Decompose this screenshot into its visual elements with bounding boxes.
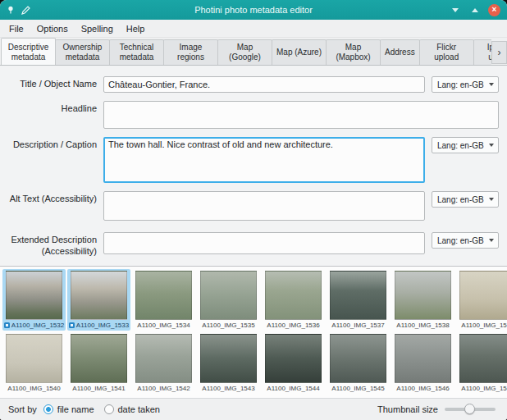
maximize-icon [472, 8, 478, 12]
tab-technical-metadata[interactable]: Technical metadata [109, 39, 164, 65]
radio-date-taken[interactable] [104, 404, 114, 414]
tab-ipernity-upload[interactable]: Ipernity upload [473, 39, 491, 65]
slider-handle[interactable] [464, 404, 475, 414]
title-lang-value: Lang: en-GB [437, 80, 484, 89]
thumbnail-browser: A1100_IMG_1532A1100_IMG_1533A1100_IMG_15… [0, 266, 507, 399]
thumbnail-A1100_IMG_1535[interactable]: A1100_IMG_1535 [197, 269, 260, 331]
thumbnail-A1100_IMG_1547[interactable]: A1100_IMG_1547 [456, 332, 507, 394]
thumbnail-row: A1100_IMG_1540A1100_IMG_1541A1100_IMG_15… [2, 332, 505, 394]
extended-description-lang-value: Lang: en-GB [437, 236, 484, 245]
thumbnail-size-slider[interactable] [445, 403, 496, 416]
thumbnail-image [265, 334, 322, 383]
descriptive-metadata-form: Title / Object Name Lang: en-GB Headline… [0, 66, 507, 266]
thumbnail-label: A1100_IMG_1534 [137, 321, 190, 330]
headline-input[interactable] [103, 101, 499, 129]
description-caption-label: Description / Caption [5, 137, 97, 151]
tab-map-azure-[interactable]: Map (Azure) [272, 39, 327, 65]
thumbnail-A1100_IMG_1540[interactable]: A1100_IMG_1540 [2, 332, 66, 394]
sort-date-taken-option[interactable]: date taken [104, 404, 160, 414]
maximize-button[interactable] [468, 4, 481, 16]
thumbnail-image [395, 271, 451, 320]
title-object-name-label: Title / Object Name [5, 76, 97, 90]
title-lang-select[interactable]: Lang: en-GB [432, 76, 499, 93]
title-bar[interactable]: Photini photo metadata editor × [0, 0, 507, 20]
chevron-down-icon [489, 239, 494, 242]
thumbnail-image [459, 271, 507, 320]
thumbnail-A1100_IMG_1537[interactable]: A1100_IMG_1537 [327, 269, 390, 331]
thumbnail-label: A1100_IMG_1546 [396, 384, 449, 393]
thumbnail-image [135, 334, 192, 383]
menu-options[interactable]: Options [30, 22, 75, 35]
tab-scroll-right-button[interactable]: › [491, 41, 507, 64]
thumbnail-A1100_IMG_1545[interactable]: A1100_IMG_1545 [327, 332, 390, 394]
description-lang-value: Lang: en-GB [437, 141, 484, 150]
chevron-down-icon [489, 198, 494, 201]
alt-text-lang-value: Lang: en-GB [437, 195, 484, 204]
thumbnail-A1100_IMG_1546[interactable]: A1100_IMG_1546 [391, 332, 454, 394]
app-icon [21, 5, 30, 15]
tab-image-regions[interactable]: Image regions [163, 39, 218, 65]
thumbnail-image [459, 334, 507, 383]
thumbnail-label: A1100_IMG_1537 [331, 321, 384, 330]
extended-description-lang-select[interactable]: Lang: en-GB [432, 232, 499, 249]
thumbnail-label: A1100_IMG_1545 [331, 384, 384, 393]
title-object-name-input[interactable] [103, 76, 425, 93]
description-caption-input[interactable]: The town hall. Nice contrast of old and … [103, 137, 425, 183]
sort-file-name-label: file name [57, 404, 94, 414]
alt-text-label: Alt Text (Accessibility) [5, 191, 97, 205]
thumbnail-A1100_IMG_1536[interactable]: A1100_IMG_1536 [262, 269, 325, 331]
thumbnail-image [71, 271, 127, 320]
extended-description-input[interactable] [103, 232, 425, 254]
tab-descriptive-metadata[interactable]: Descriptive metadata [1, 38, 56, 65]
pin-icon[interactable] [6, 5, 16, 15]
thumbnail-image [6, 334, 62, 383]
thumbnail-A1100_IMG_1542[interactable]: A1100_IMG_1542 [132, 332, 195, 394]
minimize-button[interactable] [449, 4, 461, 16]
menu-help[interactable]: Help [120, 22, 152, 35]
chevron-right-icon: › [498, 47, 501, 58]
thumbnail-label: A1100_IMG_1538 [396, 321, 449, 330]
thumbnail-A1100_IMG_1533[interactable]: A1100_IMG_1533 [67, 269, 130, 331]
thumbnail-A1100_IMG_1544[interactable]: A1100_IMG_1544 [262, 332, 325, 394]
sort-file-name-option[interactable]: file name [43, 404, 94, 414]
thumbnail-A1100_IMG_1539[interactable]: A1100_IMG_1539 [456, 269, 507, 331]
thumbnail-label: A1100_IMG_1542 [137, 384, 190, 393]
menu-spelling[interactable]: Spelling [75, 22, 120, 35]
thumbnail-A1100_IMG_1541[interactable]: A1100_IMG_1541 [67, 332, 130, 394]
headline-label: Headline [5, 101, 97, 115]
close-button[interactable]: × [488, 4, 500, 16]
thumbnail-A1100_IMG_1534[interactable]: A1100_IMG_1534 [132, 269, 195, 331]
menu-file[interactable]: File [2, 22, 30, 35]
tab-map-google-[interactable]: Map (Google) [217, 39, 272, 65]
tab-address[interactable]: Address [380, 39, 420, 65]
radio-file-name[interactable] [43, 404, 53, 414]
chevron-down-icon [489, 144, 494, 147]
description-lang-select[interactable]: Lang: en-GB [432, 137, 499, 153]
tab-flickr-upload[interactable]: Flickr upload [419, 39, 474, 65]
minimize-icon [452, 8, 459, 12]
tab-map-mapbox-[interactable]: Map (Mapbox) [326, 39, 381, 65]
sort-by-label: Sort by [8, 404, 37, 414]
thumbnail-image [200, 271, 257, 320]
thumbnail-A1100_IMG_1532[interactable]: A1100_IMG_1532 [2, 269, 66, 331]
thumbnail-label: A1100_IMG_1532 [4, 321, 64, 330]
app-window: Photini photo metadata editor × File Opt… [0, 0, 507, 420]
thumbnail-size-label: Thumbnail size [377, 404, 438, 414]
footer-bar: Sort by file name date taken Thumbnail s… [0, 398, 507, 420]
window-title: Photini photo metadata editor [0, 5, 507, 15]
alt-text-input[interactable] [103, 191, 425, 221]
tab-bar: Descriptive metadataOwnership metadataTe… [0, 38, 507, 66]
thumbnail-A1100_IMG_1543[interactable]: A1100_IMG_1543 [197, 332, 260, 394]
tab-ownership-metadata[interactable]: Ownership metadata [55, 39, 110, 65]
thumbnail-image [200, 334, 257, 383]
alt-text-lang-select[interactable]: Lang: en-GB [432, 191, 499, 208]
thumbnail-label: A1100_IMG_1543 [202, 384, 254, 393]
thumbnail-label: A1100_IMG_1536 [267, 321, 319, 330]
thumbnail-image [265, 271, 322, 320]
chevron-down-icon [489, 83, 494, 86]
edited-icon [4, 322, 10, 328]
thumbnail-A1100_IMG_1538[interactable]: A1100_IMG_1538 [391, 269, 454, 331]
thumbnail-image [330, 334, 386, 383]
sort-date-taken-label: date taken [118, 404, 160, 414]
extended-description-label: Extended Description (Accessibility) [5, 232, 97, 258]
